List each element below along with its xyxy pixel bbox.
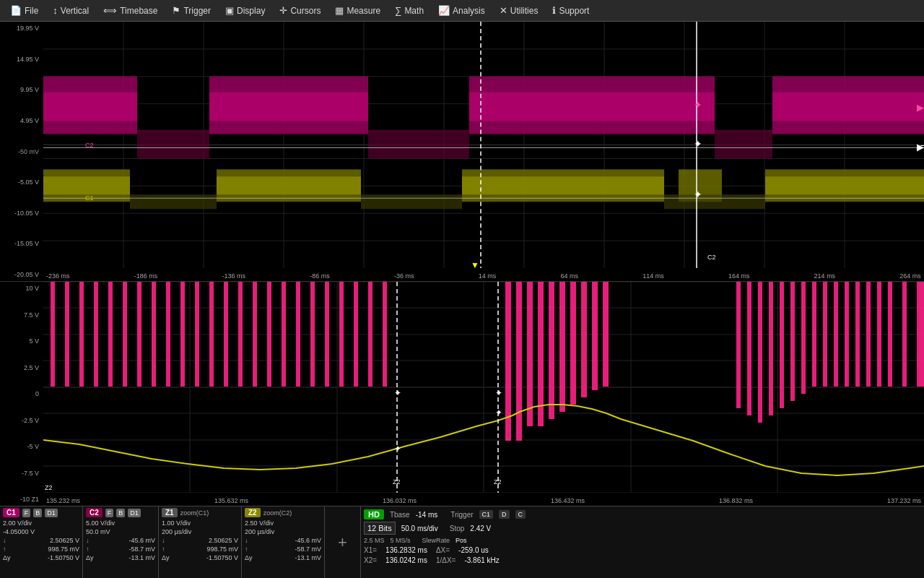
analysis-icon: 📈: [438, 5, 450, 16]
svg-rect-30: [368, 130, 469, 159]
lower-trace[interactable]: 10 V 7.5 V 5 V 2.5 V 0 -2.5 V -5 V -7.5 …: [0, 282, 924, 506]
svg-rect-76: [108, 282, 113, 387]
svg-rect-24: [469, 92, 671, 121]
svg-rect-121: [902, 282, 907, 387]
svg-rect-75: [94, 282, 98, 387]
svg-text:C1: C1: [85, 194, 93, 202]
menu-trigger[interactable]: ⚑ Trigger: [166, 4, 217, 17]
svg-rect-117: [855, 282, 860, 387]
c1-info: C1 F B D1 2.00 V/div -4.05000 V ↓ 2.5062…: [0, 506, 83, 578]
svg-rect-116: [845, 282, 849, 387]
utilities-icon: ✕: [500, 5, 507, 16]
svg-rect-33: [43, 176, 130, 194]
svg-rect-97: [516, 282, 522, 441]
info-row-4: X1= 136.2832 ms ΔX= -259.0 us: [364, 546, 921, 554]
right-info-panel: HD Tbase -14 ms Trigger C1 D C 12 Bits 5…: [361, 506, 924, 578]
svg-text:C2: C2: [707, 254, 715, 261]
svg-rect-101: [559, 282, 565, 412]
svg-text:✦: ✦: [394, 444, 401, 454]
svg-rect-98: [527, 282, 533, 426]
svg-rect-78: [137, 282, 141, 387]
info-row-1: HD Tbase -14 ms Trigger C1 D C: [364, 509, 921, 519]
c1-badge: C1: [3, 508, 19, 517]
svg-rect-122: [917, 282, 924, 387]
svg-rect-111: [790, 282, 795, 401]
menu-vertical[interactable]: ↕ Vertical: [47, 4, 95, 17]
svg-rect-88: [282, 282, 286, 387]
z2-badge: Z2: [245, 508, 261, 517]
svg-rect-80: [166, 282, 170, 387]
menu-math[interactable]: ∑ Math: [389, 4, 430, 17]
svg-rect-41: [130, 194, 217, 209]
cursors-icon: ✛: [279, 5, 287, 16]
menu-display[interactable]: ▣ Display: [219, 4, 271, 17]
info-row-5: X2= 136.0242 ms 1/ΔX= -3.861 kHz: [364, 556, 921, 564]
svg-text:✦: ✦: [694, 189, 702, 200]
svg-rect-82: [195, 282, 199, 387]
svg-rect-110: [780, 282, 784, 408]
svg-text:✦: ✦: [694, 99, 702, 111]
svg-rect-79: [152, 282, 156, 387]
svg-rect-91: [325, 282, 329, 387]
svg-text:✦: ✦: [495, 407, 502, 418]
svg-text:✦: ✦: [394, 388, 401, 398]
svg-rect-115: [834, 282, 838, 387]
svg-text:✦: ✦: [694, 139, 702, 150]
svg-rect-108: [758, 282, 762, 423]
hd-badge: HD: [364, 509, 384, 519]
bits-badge: 12 Bits: [364, 522, 396, 535]
svg-rect-112: [801, 282, 806, 394]
svg-rect-35: [217, 176, 361, 194]
svg-rect-81: [180, 282, 185, 387]
svg-rect-86: [253, 282, 257, 387]
svg-rect-31: [715, 130, 772, 159]
svg-rect-107: [747, 282, 751, 415]
svg-rect-29: [137, 130, 209, 159]
svg-rect-72: [51, 282, 55, 387]
svg-rect-120: [888, 282, 892, 387]
svg-rect-84: [224, 282, 228, 387]
svg-text:C2: C2: [85, 142, 93, 150]
add-channel-button[interactable]: +: [325, 506, 361, 578]
svg-rect-119: [877, 282, 881, 387]
vertical-icon: ↕: [53, 5, 58, 16]
svg-rect-94: [368, 282, 372, 387]
svg-rect-85: [238, 282, 243, 387]
z1-label: Z2: [45, 484, 53, 491]
support-icon: ℹ: [552, 5, 556, 16]
svg-rect-89: [296, 282, 300, 387]
svg-rect-102: [570, 282, 576, 405]
svg-rect-113: [812, 282, 816, 387]
svg-rect-83: [209, 282, 214, 387]
svg-rect-40: [765, 176, 924, 194]
svg-rect-28: [772, 92, 924, 121]
menu-timebase[interactable]: ⟺ Timebase: [97, 4, 163, 17]
svg-rect-109: [769, 282, 773, 415]
svg-rect-73: [65, 282, 69, 387]
menu-analysis[interactable]: 📈 Analysis: [432, 4, 491, 17]
upper-trace[interactable]: 19.95 V 14.95 V 9.95 V 4.95 V -50 mV -5.…: [0, 22, 924, 282]
svg-rect-104: [592, 282, 598, 390]
svg-rect-105: [603, 282, 609, 387]
menu-utilities[interactable]: ✕ Utilities: [494, 4, 544, 17]
menu-support[interactable]: ℹ Support: [546, 4, 595, 17]
menu-measure[interactable]: ▦ Measure: [329, 4, 386, 17]
measure-icon: ▦: [335, 5, 344, 16]
svg-rect-103: [581, 282, 587, 397]
c2-badge: C2: [86, 508, 103, 517]
svg-text:Z2: Z2: [393, 478, 401, 486]
svg-rect-37: [462, 176, 664, 194]
svg-rect-77: [123, 282, 127, 387]
svg-rect-43: [664, 194, 765, 209]
svg-text:Z2: Z2: [494, 478, 502, 486]
svg-rect-20: [43, 92, 137, 121]
svg-text:▼: ▼: [471, 260, 479, 268]
svg-rect-87: [267, 282, 271, 387]
z1-badge: Z1: [162, 508, 178, 517]
info-row-3: 2.5 MS 5 MS/s SlewRate Pos: [364, 537, 921, 544]
svg-rect-100: [549, 282, 554, 419]
upper-y-axis: 19.95 V 14.95 V 9.95 V 4.95 V -50 mV -5.…: [0, 22, 43, 281]
svg-rect-42: [361, 194, 462, 209]
menu-cursors[interactable]: ✛ Cursors: [274, 4, 326, 17]
menu-file[interactable]: 📄 File: [4, 4, 44, 17]
